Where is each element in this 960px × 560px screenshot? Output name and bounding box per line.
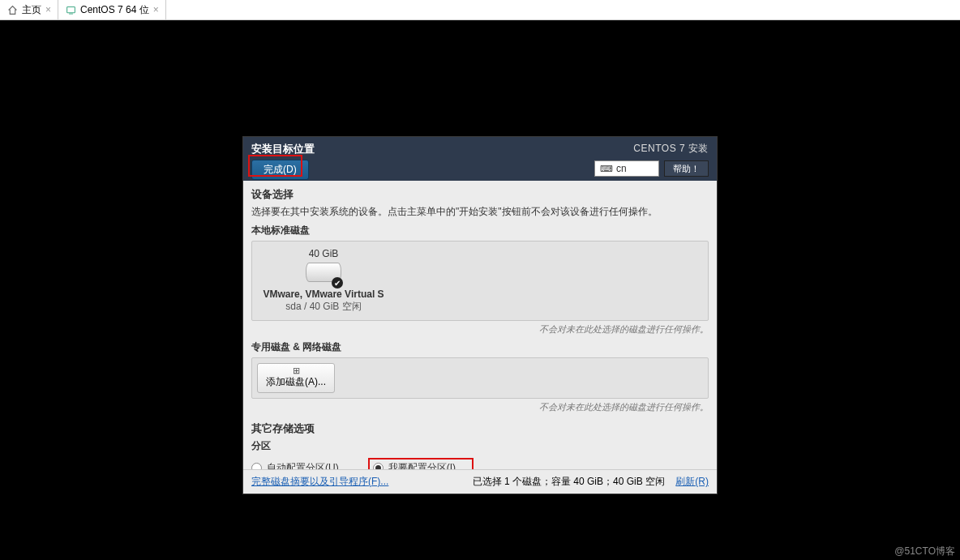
vm-icon <box>65 4 76 15</box>
disk-size: 40 GiB <box>259 248 388 259</box>
installer-header: 安装目标位置 完成(D) CENTOS 7 安装 ⌨ cn 帮助！ <box>243 137 717 181</box>
special-disks-box: ⊞ 添加磁盘(A)... <box>251 357 709 399</box>
keyboard-icon: ⌨ <box>600 164 613 174</box>
help-button[interactable]: 帮助！ <box>664 160 709 177</box>
close-icon[interactable]: × <box>153 5 159 15</box>
disk-meta: sda / 40 GiB 空闲 <box>259 300 388 314</box>
disk-summary-link[interactable]: 完整磁盘摘要以及引导程序(F)... <box>251 475 388 489</box>
radio-auto-partition[interactable] <box>251 463 262 469</box>
add-disk-button[interactable]: ⊞ 添加磁盘(A)... <box>257 363 335 393</box>
installer-footer: 完整磁盘摘要以及引导程序(F)... 已选择 1 个磁盘；容量 40 GiB；4… <box>243 469 717 494</box>
device-select-desc: 选择要在其中安装系统的设备。点击主菜单中的"开始安装"按钮前不会对该设备进行任何… <box>251 205 709 219</box>
watermark: @51CTO博客 <box>894 545 955 558</box>
disk-status: 已选择 1 个磁盘；容量 40 GiB；40 GiB 空闲 <box>473 476 665 487</box>
keyboard-value: cn <box>616 163 627 174</box>
disk-icon: ✔ <box>306 263 341 285</box>
tab-label: CentOS 7 64 位 <box>80 3 149 17</box>
tab-bar: 主页 × CentOS 7 64 位 × <box>0 0 960 20</box>
plus-icon: ⊞ <box>293 366 300 375</box>
add-disk-label: 添加磁盘(A)... <box>266 375 326 389</box>
untouched-note: 不会对未在此处选择的磁盘进行任何操作。 <box>251 323 709 336</box>
done-button[interactable]: 完成(D) <box>251 160 309 180</box>
installer-body: 设备选择 选择要在其中安装系统的设备。点击主菜单中的"开始安装"按钮前不会对该设… <box>243 181 717 469</box>
other-options-heading: 其它存储选项 <box>251 421 709 436</box>
footer-right: 已选择 1 个磁盘；容量 40 GiB；40 GiB 空闲 刷新(R) <box>473 475 709 489</box>
svg-rect-0 <box>66 6 75 12</box>
highlight-box: 我要配置分区(I)。 <box>368 458 474 469</box>
vm-display: 安装目标位置 完成(D) CENTOS 7 安装 ⌨ cn 帮助！ 设备选择 选… <box>0 20 960 560</box>
product-label: CENTOS 7 安装 <box>594 142 709 156</box>
tab-vm[interactable]: CentOS 7 64 位 × <box>58 0 166 19</box>
tab-home[interactable]: 主页 × <box>0 0 58 19</box>
partition-heading: 分区 <box>251 439 709 453</box>
radio-auto-label: 自动配置分区(U)。 <box>267 461 349 469</box>
installer-window: 安装目标位置 完成(D) CENTOS 7 安装 ⌨ cn 帮助！ 设备选择 选… <box>243 137 717 494</box>
radio-manual-partition[interactable] <box>373 463 384 469</box>
device-select-heading: 设备选择 <box>251 187 709 202</box>
radio-manual-label: 我要配置分区(I)。 <box>388 461 465 469</box>
untouched-note: 不会对未在此处选择的磁盘进行任何操作。 <box>251 401 709 413</box>
partition-radio-row: 自动配置分区(U)。 我要配置分区(I)。 <box>251 458 709 469</box>
disk-name: VMware, VMware Virtual S <box>259 289 388 300</box>
special-disks-heading: 专用磁盘 & 网络磁盘 <box>251 340 709 354</box>
svg-rect-1 <box>69 13 73 14</box>
local-disks-box: 40 GiB ✔ VMware, VMware Virtual S sda / … <box>251 241 709 321</box>
tab-label: 主页 <box>22 3 41 17</box>
close-icon[interactable]: × <box>45 5 51 15</box>
home-icon <box>6 4 18 15</box>
disk-item[interactable]: 40 GiB ✔ VMware, VMware Virtual S sda / … <box>259 248 388 314</box>
check-icon: ✔ <box>332 277 343 289</box>
local-disks-heading: 本地标准磁盘 <box>251 224 709 237</box>
keyboard-layout-selector[interactable]: ⌨ cn <box>594 160 659 177</box>
refresh-link[interactable]: 刷新(R) <box>675 476 709 487</box>
